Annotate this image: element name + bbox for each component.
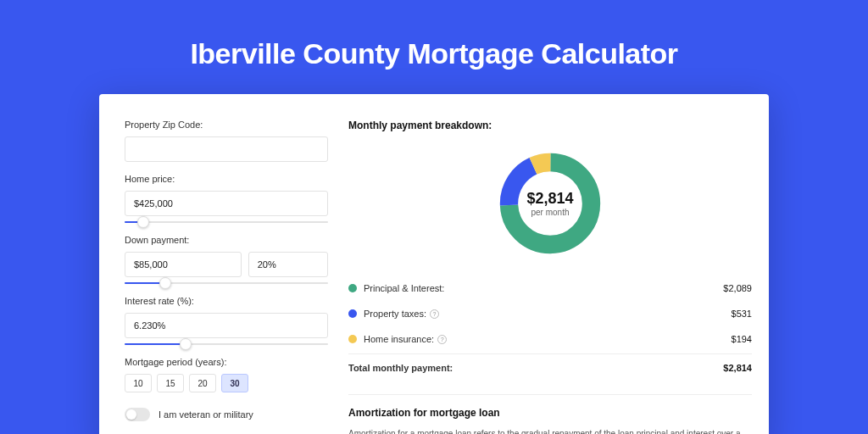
veteran-toggle[interactable] [125,408,150,421]
zip-field: Property Zip Code: [125,120,328,162]
home-price-label: Home price: [125,174,328,184]
down-payment-label: Down payment: [125,235,328,245]
interest-label: Interest rate (%): [125,296,328,306]
legend-dot [348,335,357,343]
zip-label: Property Zip Code: [125,120,328,130]
home-price-slider-thumb[interactable] [137,216,149,228]
calculator-card: Property Zip Code: Home price: Down paym… [99,94,769,434]
period-label: Mortgage period (years): [125,357,328,367]
legend-label: Home insurance:? [364,334,732,344]
divider [348,394,752,395]
results-panel: Monthly payment breakdown: $2,814 per mo… [348,120,752,434]
veteran-toggle-knob [126,409,136,420]
legend: Principal & Interest:$2,089Property taxe… [348,275,752,352]
down-payment-pct-input[interactable] [248,252,328,277]
down-payment-slider[interactable] [125,282,328,284]
legend-value: $531 [732,309,752,319]
legend-row: Property taxes:?$531 [348,301,752,326]
legend-total-value: $2,814 [723,363,752,373]
interest-input[interactable] [125,313,328,338]
period-btn-15[interactable]: 15 [157,374,184,392]
legend-row: Principal & Interest:$2,089 [348,275,752,301]
legend-dot [348,309,357,318]
page-title: Iberville County Mortgage Calculator [0,0,868,94]
period-field: Mortgage period (years): 10152030 [125,357,328,392]
interest-field: Interest rate (%): [125,296,328,345]
inputs-panel: Property Zip Code: Home price: Down paym… [125,120,328,434]
legend-value: $2,089 [723,283,752,293]
breakdown-title: Monthly payment breakdown: [348,120,752,131]
legend-label: Property taxes:? [364,309,732,319]
amort-title: Amortization for mortgage loan [348,407,752,419]
home-price-field: Home price: [125,174,328,223]
donut-center: $2,814 per month [526,190,573,217]
legend-total-row: Total monthly payment: $2,814 [348,353,752,381]
amort-body: Amortization for a mortgage loan refers … [348,427,752,434]
down-payment-input[interactable] [125,252,242,277]
veteran-row: I am veteran or military [125,408,328,421]
donut-chart: $2,814 per month [348,140,752,267]
donut-sub: per month [526,208,573,217]
period-btn-20[interactable]: 20 [189,374,216,392]
interest-slider-thumb[interactable] [180,338,192,350]
legend-dot [348,284,357,292]
legend-label: Principal & Interest: [364,283,723,293]
legend-total-label: Total monthly payment: [348,363,723,373]
interest-slider[interactable] [125,343,328,345]
period-btn-30[interactable]: 30 [221,374,248,392]
home-price-input[interactable] [125,191,328,216]
donut-amount: $2,814 [526,190,573,208]
period-btn-10[interactable]: 10 [125,374,152,392]
legend-value: $194 [732,334,752,344]
veteran-label: I am veteran or military [159,409,253,420]
period-options: 10152030 [125,374,328,392]
down-payment-field: Down payment: [125,235,328,284]
legend-row: Home insurance:?$194 [348,326,752,352]
info-icon[interactable]: ? [430,309,439,319]
interest-slider-fill [125,343,186,345]
zip-input[interactable] [125,136,328,162]
down-payment-slider-thumb[interactable] [159,277,171,289]
info-icon[interactable]: ? [437,335,447,344]
home-price-slider[interactable] [125,221,328,223]
